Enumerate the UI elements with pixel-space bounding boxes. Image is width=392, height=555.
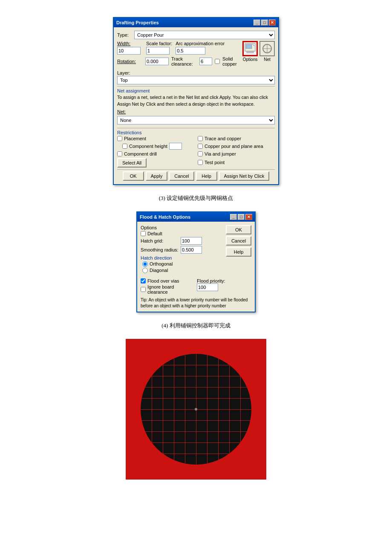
flood-over-vias-label: Flood over vias [147, 278, 179, 283]
solid-copper-label: Solid copper [222, 56, 241, 66]
net-select[interactable]: None [117, 116, 275, 124]
ignore-board-checkbox[interactable] [141, 287, 146, 292]
restrictions-header: Restrictions [117, 130, 275, 135]
net-icon-label: Net [259, 57, 275, 62]
default-label: Default [147, 231, 162, 236]
component-height-input[interactable] [169, 143, 182, 150]
scale-group: Scale factor: [146, 41, 172, 55]
trace-copper-row: Trace and copper [198, 136, 275, 141]
flood-maximize-btn[interactable]: □ [238, 214, 245, 220]
maximize-button[interactable]: □ [261, 20, 268, 26]
hatch-direction-label: Hatch direction [141, 255, 222, 260]
flood-help-button[interactable]: Help [226, 247, 251, 257]
type-label: Type: [117, 32, 134, 38]
component-drill-checkbox[interactable] [117, 151, 122, 156]
options-icon-btn[interactable] [242, 41, 258, 56]
flood-bottom-grid: Flood over vias Ignore board clearance F… [141, 278, 251, 295]
orthogonal-row: Orthogonal [142, 261, 222, 267]
layer-select[interactable]: Top [117, 76, 275, 84]
page-content: Drafting Properties _ □ ✕ Type: Copper P… [9, 9, 383, 488]
drafting-title: Drafting Properties [116, 20, 159, 25]
trace-copper-label: Trace and copper [205, 136, 241, 141]
arc-input[interactable] [176, 47, 205, 55]
orthogonal-radio[interactable] [142, 261, 148, 267]
diagonal-radio[interactable] [142, 268, 148, 273]
net-field-row: Net: [117, 109, 275, 114]
flood-over-vias-checkbox[interactable] [141, 278, 146, 283]
rotation-track-row: Rotation: Track clearance: Solid copper [117, 56, 241, 66]
drafting-titlebar: Drafting Properties _ □ ✕ [114, 18, 278, 27]
caption1: (3) 设定铺铜优先级与网铜格点 [159, 194, 233, 202]
toolbar-icons [242, 41, 275, 56]
hatch-grid-input[interactable] [181, 237, 202, 245]
drafting-body: Type: Copper Pour Width: Scale factor: [114, 27, 278, 184]
flood-priority-label: Flood priority: [197, 278, 251, 283]
flood-bottom: Flood over vias Ignore board clearance F… [137, 277, 255, 312]
apply-button[interactable]: Apply [146, 171, 168, 181]
select-all-button[interactable]: Select All [117, 158, 147, 168]
ok-button[interactable]: OK [123, 171, 144, 181]
copper-pour-label: Copper pour and plane area [205, 144, 263, 149]
divider1 [117, 86, 275, 87]
arc-label: Arc approximation error [176, 41, 225, 46]
flood-titlebar-icons: _ □ ✕ [230, 214, 252, 220]
arc-group: Arc approximation error [176, 41, 225, 55]
close-button[interactable]: ✕ [269, 20, 276, 26]
flood-close-btn[interactable]: ✕ [245, 214, 252, 220]
flood-options-label: Options [141, 225, 222, 230]
assign-net-button[interactable]: Assign Net by Click [219, 171, 270, 181]
hatch-grid-row: Hatch grid: [141, 237, 222, 245]
grid-v-2 [163, 354, 163, 465]
flood-over-vias-row: Flood over vias [141, 278, 195, 283]
params-left: Width: Scale factor: Arc approximation e… [117, 41, 241, 68]
flood-ok-button[interactable]: OK [226, 225, 251, 234]
cancel-button[interactable]: Cancel [169, 171, 194, 181]
caption2: (4) 利用铺铜控制器即可完成 [161, 322, 230, 330]
copper-pour-checkbox[interactable] [198, 144, 203, 149]
grid-v-4 [185, 354, 185, 465]
via-jumper-checkbox[interactable] [198, 151, 203, 156]
default-checkbox[interactable] [141, 231, 146, 236]
solid-copper-checkbox[interactable] [215, 59, 220, 64]
component-height-checkbox[interactable] [122, 144, 127, 149]
svg-rect-3 [247, 51, 254, 53]
drafting-properties-dialog: Drafting Properties _ □ ✕ Type: Copper P… [113, 17, 279, 185]
minimize-button[interactable]: _ [254, 20, 260, 26]
rotation-input[interactable] [145, 58, 169, 65]
net-icon-btn[interactable] [259, 41, 275, 56]
divider2 [117, 128, 275, 128]
help-button[interactable]: Help [196, 171, 217, 181]
type-select[interactable]: Copper Pour [134, 31, 275, 39]
component-drill-row: Component drill [117, 151, 194, 156]
width-group: Width: [117, 41, 143, 55]
track-clearance-label: Track clearance: [171, 56, 197, 66]
width-label: Width: [117, 41, 143, 46]
placement-checkbox[interactable] [117, 136, 122, 141]
flood-minimize-btn[interactable]: _ [230, 214, 237, 220]
flood-left: Options Default Hatch grid: Smoothing ra… [141, 225, 222, 273]
restrictions-grid: Placement Trace and copper Component hei… [117, 136, 275, 168]
svg-rect-1 [246, 44, 252, 49]
flood-priority-input[interactable] [197, 283, 218, 291]
via-jumper-row: Via and jumper [198, 151, 275, 156]
grid-v-1 [152, 354, 152, 465]
smoothing-input[interactable] [181, 246, 202, 254]
test-point-checkbox[interactable] [198, 160, 203, 165]
layer-row: Layer: Top [117, 70, 275, 84]
track-clearance-input[interactable] [199, 58, 212, 65]
trace-copper-checkbox[interactable] [198, 136, 203, 141]
toolbar-right: Options Net [242, 41, 275, 68]
default-checkbox-row: Default [141, 231, 222, 236]
flood-cancel-button[interactable]: Cancel [226, 236, 251, 246]
tip-text: Tip: An object with a lower priority num… [141, 297, 251, 309]
component-height-row: Component height [117, 143, 194, 150]
pcb-center-dot [195, 408, 197, 410]
scale-input[interactable] [146, 47, 170, 55]
icon-labels: Options Net [242, 57, 275, 62]
test-point-label: Test point [205, 160, 225, 165]
grid-v-8 [229, 354, 230, 465]
placement-label: Placement [124, 136, 146, 141]
width-input[interactable] [117, 47, 141, 55]
diagonal-label: Diagonal [150, 268, 168, 273]
ignore-board-label: Ignore board clearance [147, 284, 195, 295]
